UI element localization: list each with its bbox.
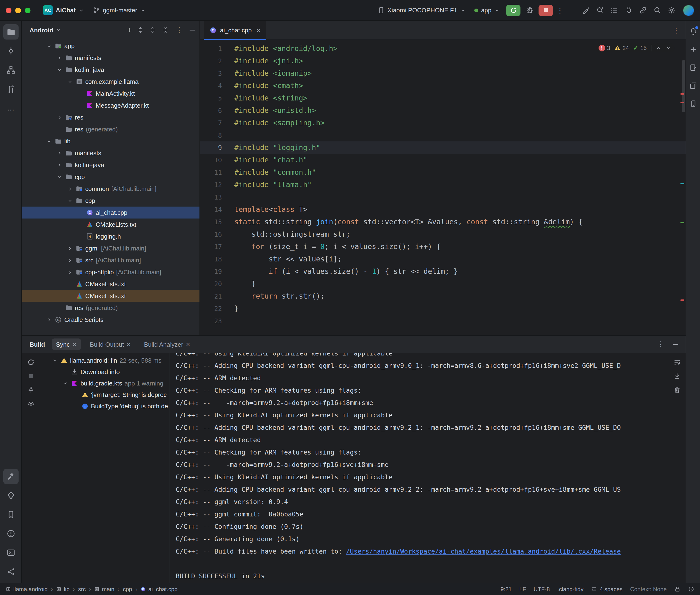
ai-search-button[interactable] (593, 4, 607, 17)
version-control-tool-button[interactable] (3, 564, 18, 579)
chevron-down-icon[interactable] (46, 138, 52, 144)
project-tree-item[interactable]: Cai_chat.cpp (22, 207, 200, 219)
project-tree-item[interactable]: CMakeLists.txt (22, 290, 200, 302)
code-line[interactable]: 8 (200, 129, 686, 141)
build-options-button[interactable]: ⋮ (656, 340, 666, 348)
project-tree-item[interactable]: cpp (22, 171, 200, 183)
previous-problem-button[interactable] (656, 45, 662, 51)
chevron-right-icon[interactable] (56, 150, 63, 156)
chevron-down-icon[interactable] (62, 380, 68, 386)
project-tree-item[interactable]: cpp-httplib[AiChat.lib.main] (22, 266, 200, 278)
line-number[interactable]: 1 (200, 42, 234, 55)
filter-output-button[interactable] (27, 400, 35, 407)
breadcrumb-item[interactable]: src (78, 586, 86, 592)
build-tree-item[interactable]: 'jvmTarget: String' is deprec (40, 389, 170, 400)
indentation-widget[interactable]: 4 spaces (591, 586, 623, 592)
todo-list-button[interactable] (608, 4, 621, 17)
build-tree-item[interactable]: Download info (40, 366, 170, 377)
caret-position-widget[interactable]: 9:21 (501, 586, 512, 592)
chevron-down-icon[interactable] (67, 198, 73, 204)
code-line[interactable]: 19 if (i < values.size() - 1) { str << d… (200, 265, 686, 278)
project-tree-item[interactable]: kotlin+java (22, 159, 200, 171)
tool-window-title[interactable]: Build (30, 341, 45, 348)
structure-tool-button[interactable] (3, 62, 18, 78)
chevron-down-icon[interactable] (56, 67, 63, 73)
editor-tab-ai-chat-cpp[interactable]: C ai_chat.cpp × (204, 21, 266, 40)
line-number[interactable]: 7 (200, 117, 234, 129)
line-number[interactable]: 11 (200, 166, 234, 178)
code-line[interactable]: 23 (200, 315, 686, 327)
project-tree-item[interactable]: res (22, 111, 200, 123)
line-number[interactable]: 5 (200, 92, 234, 104)
chevron-right-icon[interactable] (67, 246, 73, 251)
search-everywhere-button[interactable] (650, 4, 664, 17)
chevron-right-icon[interactable] (67, 186, 73, 192)
line-number[interactable]: 18 (200, 253, 234, 265)
line-number[interactable]: 9 (200, 141, 234, 154)
code-line[interactable]: 4#include <cmath> (200, 80, 686, 92)
line-number[interactable]: 15 (200, 216, 234, 228)
zoom-window-button[interactable] (25, 7, 30, 13)
context-widget[interactable]: Context: None (630, 586, 667, 592)
line-separator-widget[interactable]: LF (519, 586, 526, 592)
breadcrumb-item[interactable]: cpp (123, 586, 132, 592)
device-manager-tool-button[interactable] (3, 488, 18, 503)
build-tab-build-output[interactable]: Build Output× (85, 339, 135, 350)
clang-tidy-widget[interactable]: .clang-tidy (557, 586, 583, 592)
project-tree-item[interactable]: cpp (22, 195, 200, 207)
scroll-to-end-button[interactable] (673, 372, 681, 380)
gradle-tool-button[interactable] (687, 60, 699, 75)
line-number[interactable]: 22 (200, 302, 234, 315)
project-tree-item[interactable]: manifests (22, 147, 200, 159)
project-tree-item[interactable]: manifests (22, 52, 200, 64)
close-tab-button[interactable]: × (186, 340, 190, 348)
project-tree-item[interactable]: src[AiChat.lib.main] (22, 254, 200, 266)
encoding-widget[interactable]: UTF-8 (533, 586, 550, 592)
project-tree-item[interactable]: common[AiChat.lib.main] (22, 183, 200, 195)
soft-wrap-button[interactable] (673, 358, 681, 366)
code-line[interactable]: 12#include "llama.h" (200, 178, 686, 191)
build-tree-item[interactable]: llama.android: fin22 sec, 583 ms (40, 355, 170, 366)
code-line[interactable]: 6#include <unistd.h> (200, 104, 686, 117)
project-tree-item[interactable]: app (22, 40, 200, 52)
code-line[interactable]: 10#include "chat.h" (200, 154, 686, 166)
build-console[interactable]: C/C++: -- Using KleidiAI optimized kerne… (170, 352, 669, 583)
close-tab-button[interactable]: × (256, 26, 261, 34)
line-number[interactable]: 2 (200, 55, 234, 67)
project-tree-item[interactable]: res(generated) (22, 123, 200, 135)
line-number[interactable]: 10 (200, 154, 234, 166)
code-line[interactable]: 5#include <string> (200, 92, 686, 104)
build-tree-item[interactable]: BuildType 'debug' is both de (40, 400, 170, 412)
chevron-right-icon[interactable] (56, 115, 63, 120)
project-tree-item[interactable]: ggml[AiChat.lib.main] (22, 243, 200, 254)
breadcrumb-item[interactable]: llama.android (6, 586, 48, 592)
project-tree-item[interactable]: Hlogging.h (22, 230, 200, 243)
code-line[interactable]: 3#include <iomanip> (200, 67, 686, 80)
code-line[interactable]: 15static std::string join(const std::vec… (200, 216, 686, 228)
more-tool-windows-button[interactable]: … (3, 101, 18, 116)
project-tree-item[interactable]: GGradle Scripts (22, 314, 200, 326)
close-tab-button[interactable]: × (127, 340, 131, 348)
code-line[interactable]: 13 (200, 191, 686, 203)
rerun-build-button[interactable] (27, 358, 35, 366)
code-line[interactable]: 11#include "common.h" (200, 166, 686, 178)
line-number[interactable]: 3 (200, 67, 234, 80)
expand-all-icon[interactable] (150, 27, 157, 33)
read-only-toggle[interactable] (674, 586, 680, 592)
code-line[interactable]: 17 for (size_t i = 0; i < values.size();… (200, 240, 686, 253)
line-number[interactable]: 14 (200, 203, 234, 216)
build-tool-button[interactable] (3, 469, 18, 484)
code-line[interactable]: 9#include "logging.h" (200, 141, 686, 154)
running-devices-button[interactable] (687, 97, 699, 111)
line-number[interactable]: 17 (200, 240, 234, 253)
build-tree-item[interactable]: build.gradle.ktsapp 1 warning (40, 377, 170, 389)
plugins-button[interactable] (622, 4, 635, 17)
code-line[interactable]: 22} (200, 302, 686, 315)
project-widget[interactable]: AC AiChat (39, 3, 88, 17)
code-line[interactable]: 7#include <sampling.h> (200, 117, 686, 129)
hide-build-panel-button[interactable]: ─ (673, 341, 678, 348)
line-number[interactable]: 6 (200, 104, 234, 117)
project-tree-item[interactable]: MainActivity.kt (22, 88, 200, 100)
line-number[interactable]: 20 (200, 278, 234, 290)
project-tree-item[interactable]: lib (22, 135, 200, 147)
